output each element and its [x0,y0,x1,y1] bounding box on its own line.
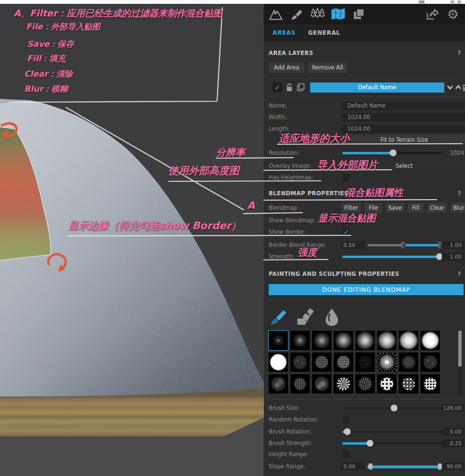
tab-general[interactable]: GENERAL [308,29,341,36]
brush-size-slider[interactable] [342,405,443,411]
has-heightmap-checkbox[interactable] [342,174,350,181]
show-border-checkbox[interactable]: ✓ [342,228,350,236]
width-row: Width: 1024.00 [269,113,463,122]
brush-texture-s8[interactable] [421,331,440,350]
brush-texture-striate[interactable] [290,374,310,394]
move-up-icon[interactable] [455,84,462,90]
brush-strength-slider[interactable] [342,440,443,447]
paint-tool-icon[interactable] [288,6,305,22]
brush-texture-s7[interactable] [399,331,418,350]
brush-rotation-value-field[interactable]: 0.00 [442,428,464,435]
brush-texture-burst[interactable] [377,353,397,372]
brush-texture-hard[interactable] [269,353,288,372]
layer-name-bar[interactable]: Default Name [310,82,444,93]
window-chrome-strip [0,0,465,4]
brush-texture-nsq1[interactable] [312,353,331,372]
brush-texture-cells[interactable] [377,374,397,394]
check-icon: ✓ [274,84,280,91]
brush-rotation-row: Brush Rotation: 0.00 [269,427,463,436]
brush-texture-dots[interactable] [399,374,418,394]
lock-icon[interactable] [286,83,293,92]
strength-value-field[interactable]: 1.00 [442,253,464,260]
done-editing-blendmap-button[interactable]: DONE EDITING BLENDMAP [269,284,464,295]
show-blendmap-checkbox[interactable]: ✓ [342,217,350,224]
terrain-viewport[interactable] [0,0,264,476]
slider-knob[interactable] [390,150,397,156]
brush-rotation-slider[interactable] [342,428,443,435]
brush-texture-s6[interactable] [377,331,397,350]
brush-texture-s3[interactable] [312,331,331,350]
delete-layer-icon[interactable] [462,84,465,91]
length-field[interactable]: 1024.00 [342,125,465,133]
water-drop-tool-icon[interactable] [324,307,340,326]
border-range-max-field[interactable]: 1.00 [442,241,464,249]
help-icon[interactable]: ? [458,50,461,57]
gear-glyph: ⚙ [447,8,459,21]
move-down-icon[interactable] [447,84,453,90]
border-range-slider[interactable] [368,242,443,248]
clear-button[interactable]: Clear [427,203,447,213]
scrollbar-thumb[interactable] [458,331,462,367]
brush-strength-value-field[interactable]: 0.25 [442,439,464,447]
slider-fill [342,256,440,258]
remove-all-button[interactable]: Remove All [308,62,347,73]
slider-track [342,431,443,433]
name-field[interactable]: Default Name [342,102,465,110]
random-rotation-checkbox[interactable] [342,416,350,423]
brush-grid-scrollbar[interactable] [458,331,462,396]
slider-knob[interactable] [367,440,373,447]
brush-texture-ndim[interactable] [421,353,440,372]
blur-button[interactable]: Blur [451,203,465,213]
terrain-tool-icon[interactable] [268,6,284,22]
brush-texture-s5[interactable] [356,331,375,350]
brush-texture-s1[interactable] [269,331,288,350]
brush-texture-softdim[interactable] [399,353,418,372]
strength-slider[interactable] [342,253,443,260]
range-handle-low[interactable] [401,242,406,248]
settings-gear-icon[interactable]: ⚙ [445,6,461,22]
vegetation-tool-icon[interactable] [309,6,326,22]
height-range-row: Height Range: [269,450,463,459]
brush-size-value-field[interactable]: 128.00 [442,404,464,412]
tab-areas[interactable]: AREAS [273,29,296,36]
width-field[interactable]: 1024.00 [342,113,465,122]
brush-texture-nsq2[interactable] [334,353,353,372]
duplicate-icon[interactable] [297,83,305,92]
brush-texture-ddots[interactable] [421,374,440,394]
help-icon[interactable]: ? [458,190,461,198]
overlay-image-label: Overlay Image: [269,163,311,169]
fill-button[interactable]: Fill [408,203,424,213]
height-range-checkbox[interactable] [342,450,350,458]
slider-knob[interactable] [344,428,351,435]
paintbrush-tool-icon[interactable] [269,307,288,326]
select-overlay-button[interactable]: Select [342,161,465,170]
add-area-button[interactable]: Add Area [269,62,304,73]
painting-title: PAINTING AND SCULPTING PROPERTIES [269,271,399,278]
brush-texture-blob1[interactable] [269,374,288,394]
brush-texture-s4[interactable] [334,331,353,350]
border-range-min-field[interactable]: 0.50 [341,241,365,249]
brush-texture-blob2[interactable] [312,374,331,394]
save-button[interactable]: Save [386,203,404,213]
layer-visible-checkbox[interactable]: ✓ [273,82,282,92]
layers-tool-icon[interactable] [351,6,367,22]
file-button[interactable]: File [365,203,382,213]
brush-texture-ndim[interactable] [290,353,310,372]
slope-max-field[interactable]: 90.00 [442,462,464,470]
brush-strength-label: Brush Strength: [269,440,312,447]
share-icon[interactable] [424,6,440,22]
fit-to-terrain-button[interactable]: Fit to Terrain Size [342,135,465,144]
filter-button[interactable]: Filter [342,203,361,213]
slope-min-field[interactable]: 0.00 [341,462,365,470]
help-icon[interactable]: ? [458,271,461,278]
brush-texture-veins[interactable] [356,374,375,394]
resolution-slider[interactable] [342,150,443,156]
range-handle-low[interactable] [368,463,372,470]
brush-texture-chunky[interactable] [334,374,353,394]
brush-texture-sparse[interactable] [356,353,375,372]
area-map-tool-icon[interactable] [330,6,346,22]
slider-knob[interactable] [391,405,397,411]
brush-texture-s2[interactable] [290,331,310,350]
smudge-tool-icon[interactable] [296,307,316,326]
slope-range-slider[interactable] [368,463,443,470]
